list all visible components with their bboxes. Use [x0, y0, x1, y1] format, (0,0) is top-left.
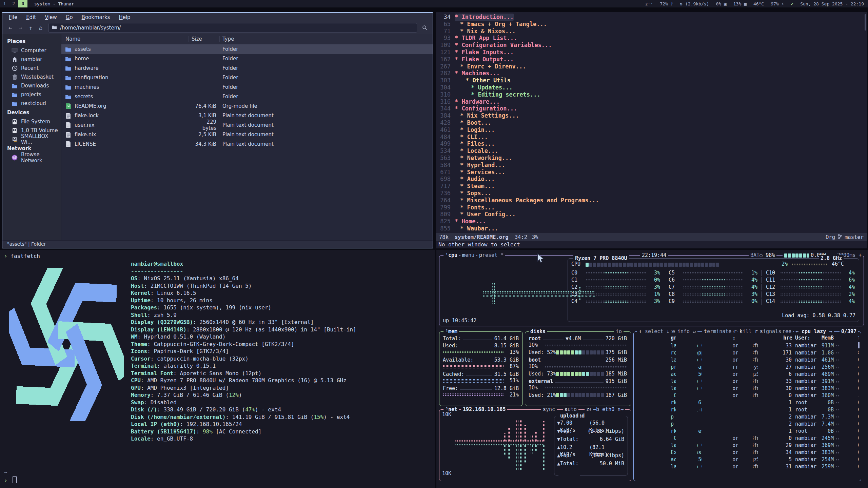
menu-bookmarks[interactable]: Bookmarks — [77, 13, 115, 22]
core-divider — [664, 299, 664, 305]
org-heading[interactable]: * TLDR App List... — [455, 35, 517, 42]
cursor-position: 34:2 — [515, 234, 527, 240]
file-row-secrets[interactable]: secretsFolder — [61, 92, 433, 101]
org-heading[interactable]: * Updates... — [471, 84, 513, 91]
core-pct: 0% — [649, 277, 660, 284]
file-row-configuration[interactable]: configurationFolder — [61, 73, 433, 82]
org-heading[interactable]: * Introduction... — [455, 14, 514, 21]
org-heading[interactable]: * Sops... — [460, 190, 491, 197]
org-heading[interactable]: * Editing secrets... — [471, 91, 540, 98]
menu-button[interactable]: menu — [460, 252, 476, 258]
terminal-window[interactable]: › fastfetch ~ › nambiar@smallbox--------… — [0, 250, 435, 488]
net-option-auto[interactable]: auto — [563, 406, 578, 412]
menu-help[interactable]: Help — [114, 13, 135, 22]
line-number: 109 — [436, 42, 451, 49]
file-row-hardware[interactable]: hardwareFolder — [61, 63, 433, 73]
leader-line — [583, 340, 604, 340]
org-heading[interactable]: * Networking... — [460, 155, 512, 162]
column-size[interactable]: Size — [189, 36, 220, 42]
meter-block — [627, 263, 630, 267]
io-mode-button[interactable]: io — [614, 328, 624, 334]
btop-window[interactable]: ¹cpumenupreset *22:19:44BAT○ 98%0.00W- 2… — [436, 250, 868, 488]
org-heading[interactable]: * Home... — [455, 218, 486, 225]
org-heading[interactable]: * Miscellaneous Packages and Programs... — [460, 197, 599, 204]
path-bar[interactable]: /home/nambiar/system/ — [48, 23, 417, 33]
proc-action-2[interactable]: terminate — [702, 328, 733, 484]
file-row-machines[interactable]: machinesFolder — [61, 82, 433, 92]
org-heading[interactable]: * Flake Inputs... — [455, 49, 514, 56]
org-heading[interactable]: * Hyprland... — [460, 162, 505, 169]
sidebar-item-file-system[interactable]: File System — [2, 117, 61, 126]
sidebar-item-nambiar[interactable]: nambiar — [2, 55, 61, 64]
org-heading[interactable]: * Waubar... — [460, 225, 498, 232]
sidebar-item-projects[interactable]: projects — [2, 90, 61, 99]
sidebar-item-browse-network[interactable]: Browse Network — [2, 153, 61, 162]
org-heading[interactable]: * Machines... — [455, 70, 500, 77]
graph-band — [535, 432, 537, 442]
menu-go[interactable]: Go — [61, 13, 77, 22]
org-heading[interactable]: * CLI... — [460, 134, 488, 141]
org-heading[interactable]: * Configuration... — [455, 105, 517, 112]
file-list-header[interactable]: Name Size Type — [61, 34, 433, 44]
workspace-1[interactable]: 1 — [0, 0, 9, 7]
search-button[interactable] — [420, 23, 430, 32]
file-row-license[interactable]: LICENSE34,3 KiBPlain text document — [61, 139, 433, 149]
org-heading[interactable]: * Files... — [460, 140, 495, 147]
file-row-user-nix[interactable]: user.nix229 bytesPlain text document — [61, 120, 433, 130]
org-heading[interactable]: * Emacs + Org + Tangle... — [460, 21, 547, 28]
proc-action-3[interactable]: kill — [738, 328, 753, 484]
net-interface[interactable]: ←b eth0 n→ — [591, 406, 625, 412]
back-button[interactable]: ← — [5, 23, 15, 32]
file-row-readme-org[interactable]: README.org76,4 KiBOrg-mode file — [61, 101, 433, 111]
menu-view[interactable]: View — [40, 13, 61, 22]
home-button[interactable]: ⌂ — [36, 23, 46, 32]
proc-user: nambiar — [795, 421, 819, 428]
proc-action-4[interactable]: signals — [758, 328, 783, 484]
file-name-cell: home — [61, 56, 192, 62]
org-heading[interactable]: * Boot... — [460, 119, 491, 126]
up-button[interactable]: ↑ — [25, 23, 36, 32]
file-row-flake-lock[interactable]: flake.lock3,1 KiBPlain text document — [61, 111, 433, 120]
org-heading[interactable]: * Nix Settings... — [460, 112, 519, 119]
forward-button[interactable]: → — [15, 23, 25, 32]
file-row-assets[interactable]: assetsFolder — [61, 44, 433, 54]
org-heading[interactable]: * User Config... — [460, 211, 516, 218]
file-row-flake-nix[interactable]: flake.nix2,5 KiBPlain text document — [61, 130, 433, 139]
org-heading[interactable]: * Envrc + Direnv... — [460, 63, 526, 70]
org-heading[interactable]: * Hardware... — [455, 98, 500, 105]
sidebar-item-nextcloud[interactable]: nextcloud — [2, 99, 61, 108]
proc-action-0[interactable]: ↑ select ↓ — [637, 328, 671, 484]
org-heading[interactable]: * Services... — [460, 169, 505, 176]
file-row-home[interactable]: homeFolder — [61, 54, 433, 63]
org-heading[interactable]: * Other Utils — [466, 77, 511, 84]
proc-action-1[interactable]: info ↵ — [676, 328, 697, 484]
org-heading[interactable]: * Fonts... — [460, 204, 495, 211]
org-heading[interactable]: * Audio... — [460, 176, 495, 183]
workspace-2[interactable]: 2 — [9, 0, 18, 7]
sidebar-item-recent[interactable]: Recent — [2, 64, 61, 73]
leader-line — [463, 340, 492, 340]
column-type[interactable]: Type — [220, 36, 433, 42]
disks-box: disksioroot▼4.6M720 GiBIO%Used: 52% 375 … — [525, 331, 631, 406]
net-option-sync[interactable]: sync — [541, 406, 557, 412]
preset-button[interactable]: preset * — [477, 252, 505, 258]
sort-column-selector[interactable]: ← cpu lazy → — [794, 328, 834, 334]
menu-edit[interactable]: Edit — [22, 13, 40, 22]
workspace-3[interactable]: 3 — [18, 0, 27, 7]
org-heading[interactable]: * Nix & Nixos... — [460, 28, 516, 35]
org-heading[interactable]: * Locale... — [460, 147, 498, 155]
org-heading[interactable]: * Configuration Variables... — [455, 42, 552, 49]
cpu-core-panel: Ryzen 7 PRO 8840U2.8 GHzCPU2%46°CC03%C10… — [568, 258, 859, 322]
menu-file[interactable]: File — [4, 13, 22, 22]
mem-label: Available: — [443, 357, 473, 363]
sidebar-item-smallbox-wi-[interactable]: SMALLBOX Wi... — [2, 135, 61, 144]
emacs-scrollbar-thumb[interactable] — [865, 14, 866, 30]
sidebar-item-computer[interactable]: Computer — [2, 46, 61, 55]
net-stats-panel: downloadupload▼ 7.00 KiB/s(56.0 Kibps)▼ … — [554, 416, 628, 475]
sidebar-item-wastebasket[interactable]: Wastebasket — [2, 73, 61, 81]
org-heading[interactable]: * Flake Output... — [455, 56, 514, 63]
column-name[interactable]: Name — [61, 36, 189, 42]
sidebar-item-downloads[interactable]: Downloads — [2, 81, 61, 90]
org-heading[interactable]: * Login... — [460, 126, 495, 134]
org-heading[interactable]: * Steam... — [460, 183, 495, 190]
